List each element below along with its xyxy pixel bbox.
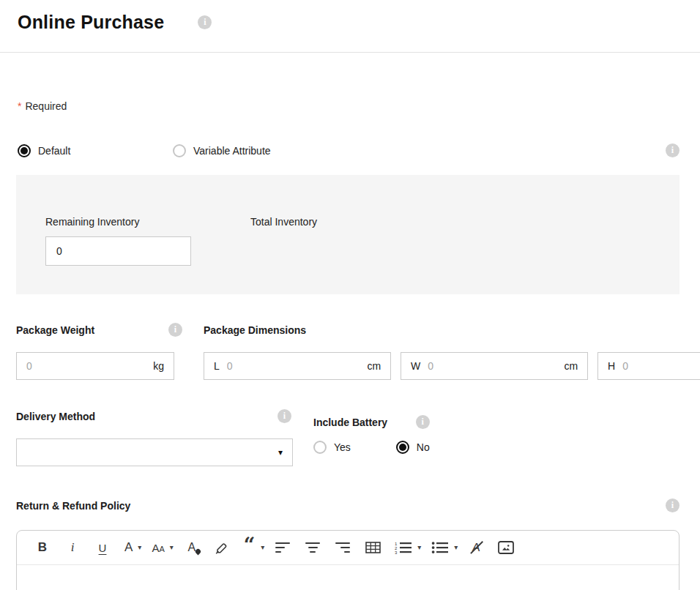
image-icon xyxy=(498,541,514,554)
inventory-labels: Remaining Inventory Total Inventory xyxy=(45,216,679,228)
product-type-info-icon[interactable]: i xyxy=(666,143,679,157)
unordered-list-icon xyxy=(431,541,449,554)
dimension-height-field[interactable]: H cm xyxy=(597,352,700,380)
align-left-icon xyxy=(275,542,290,553)
align-right-button[interactable] xyxy=(335,539,351,556)
dimension-width-unit: cm xyxy=(564,360,578,372)
radio-no-label[interactable]: No xyxy=(417,441,430,453)
radio-option-default[interactable]: Default xyxy=(18,144,173,157)
table-icon xyxy=(365,542,381,553)
required-note: *Required xyxy=(18,100,679,112)
return-policy-label: Return & Refund Policy xyxy=(16,500,130,512)
inventory-panel: Remaining Inventory Total Inventory xyxy=(16,175,679,294)
return-policy-info-icon[interactable]: i xyxy=(666,498,679,512)
text-color-button[interactable]: A xyxy=(184,539,200,556)
clear-formatting-button[interactable]: A xyxy=(468,539,484,556)
clear-formatting-icon: A xyxy=(472,541,481,554)
remaining-inventory-label: Remaining Inventory xyxy=(45,216,250,228)
radio-yes-label[interactable]: Yes xyxy=(334,441,351,453)
product-type-radio-group: Default Variable Attribute i xyxy=(16,143,679,157)
include-battery-column: Include Battery i Yes No xyxy=(313,409,430,466)
chevron-down-icon: ▾ xyxy=(278,447,283,458)
editor-toolbar: B i U A ▾ AA ▾ A “ ▾ xyxy=(17,531,679,565)
chevron-down-icon: ▾ xyxy=(261,544,264,551)
font-family-dropdown[interactable]: A ▾ xyxy=(124,539,141,556)
highlight-button[interactable] xyxy=(214,539,230,556)
page-title: Online Purchase xyxy=(18,12,164,32)
svg-text:1: 1 xyxy=(395,542,398,546)
ordered-list-dropdown[interactable]: 123 ▾ xyxy=(395,539,421,556)
remaining-inventory-input[interactable] xyxy=(56,245,180,257)
radio-option-no[interactable]: No xyxy=(396,441,430,454)
dimension-length-input[interactable] xyxy=(227,360,362,372)
package-weight-info-icon[interactable]: i xyxy=(168,323,182,337)
align-right-icon xyxy=(335,542,350,553)
package-dimensions-column: Package Dimensions i L cm W cm H cm xyxy=(204,323,700,380)
italic-icon: i xyxy=(71,540,75,555)
package-section: Package Weight i kg Package Dimensions i… xyxy=(16,323,679,380)
font-size-dropdown[interactable]: AA ▾ xyxy=(152,539,173,556)
insert-table-button[interactable] xyxy=(365,539,381,556)
color-droplet xyxy=(195,548,202,556)
bold-button[interactable]: B xyxy=(34,539,51,556)
package-dimensions-label: Package Dimensions xyxy=(204,324,306,336)
dimension-height-input[interactable] xyxy=(622,360,700,372)
page-header: Online Purchase i xyxy=(0,0,700,53)
unordered-list-dropdown[interactable]: ▾ xyxy=(431,539,458,556)
align-left-button[interactable] xyxy=(275,539,291,556)
radio-option-yes[interactable]: Yes xyxy=(313,441,351,454)
package-weight-field[interactable]: kg xyxy=(16,352,174,380)
package-weight-input[interactable] xyxy=(26,360,147,372)
remaining-inventory-field[interactable] xyxy=(45,236,191,266)
radio-no[interactable] xyxy=(396,441,409,454)
underline-icon: U xyxy=(99,542,107,554)
insert-image-button[interactable] xyxy=(498,539,514,556)
radio-yes[interactable] xyxy=(313,441,327,454)
text-color-icon: A xyxy=(187,541,196,554)
radio-default[interactable] xyxy=(18,144,31,157)
dimension-height-prefix: H xyxy=(608,360,615,372)
title-info-icon[interactable]: i xyxy=(198,15,212,29)
delivery-method-label: Delivery Method xyxy=(16,411,95,422)
radio-default-label[interactable]: Default xyxy=(38,145,70,157)
required-label: Required xyxy=(25,100,67,112)
chevron-down-icon: ▾ xyxy=(170,544,174,551)
chevron-down-icon: ▾ xyxy=(454,544,458,551)
align-center-icon xyxy=(305,542,320,553)
blockquote-dropdown[interactable]: “ ▾ xyxy=(244,539,265,556)
radio-variable-attribute-label[interactable]: Variable Attribute xyxy=(193,145,271,157)
ordered-list-icon: 123 xyxy=(395,541,412,554)
delivery-method-select[interactable]: ▾ xyxy=(16,438,293,466)
total-inventory-label: Total Inventory xyxy=(250,216,317,228)
required-asterisk: * xyxy=(18,100,21,112)
font-family-icon: A xyxy=(124,540,133,555)
bold-icon: B xyxy=(38,540,47,555)
align-center-button[interactable] xyxy=(305,539,321,556)
radio-option-variable-attribute[interactable]: Variable Attribute xyxy=(173,144,271,157)
svg-text:2: 2 xyxy=(395,546,398,550)
delivery-method-column: Delivery Method i ▾ xyxy=(16,409,293,466)
include-battery-info-icon[interactable]: i xyxy=(416,415,430,429)
highlighter-icon xyxy=(215,540,229,555)
dimension-length-prefix: L xyxy=(214,360,220,372)
package-weight-label: Package Weight xyxy=(16,324,94,336)
dimension-width-input[interactable] xyxy=(428,360,558,372)
include-battery-radio-group: Yes No xyxy=(313,441,430,454)
delivery-method-info-icon[interactable]: i xyxy=(278,409,291,423)
editor-content-area[interactable] xyxy=(17,565,679,590)
italic-button[interactable]: i xyxy=(64,539,81,556)
dimension-length-field[interactable]: L cm xyxy=(204,352,391,380)
include-battery-label: Include Battery xyxy=(313,417,387,428)
dimension-length-unit: cm xyxy=(367,360,381,372)
rich-text-editor: B i U A ▾ AA ▾ A “ ▾ xyxy=(16,530,679,590)
dimension-width-field[interactable]: W cm xyxy=(401,352,588,380)
delivery-battery-section: Delivery Method i ▾ Include Battery i Ye… xyxy=(16,409,679,466)
chevron-down-icon: ▾ xyxy=(138,544,141,551)
font-size-icon: AA xyxy=(152,542,164,554)
radio-variable-attribute[interactable] xyxy=(173,144,186,157)
chevron-down-icon: ▾ xyxy=(417,544,421,551)
dimension-width-prefix: W xyxy=(411,360,420,372)
return-policy-header: Return & Refund Policy i xyxy=(16,498,679,512)
underline-button[interactable]: U xyxy=(94,539,111,556)
package-weight-unit: kg xyxy=(153,360,164,372)
